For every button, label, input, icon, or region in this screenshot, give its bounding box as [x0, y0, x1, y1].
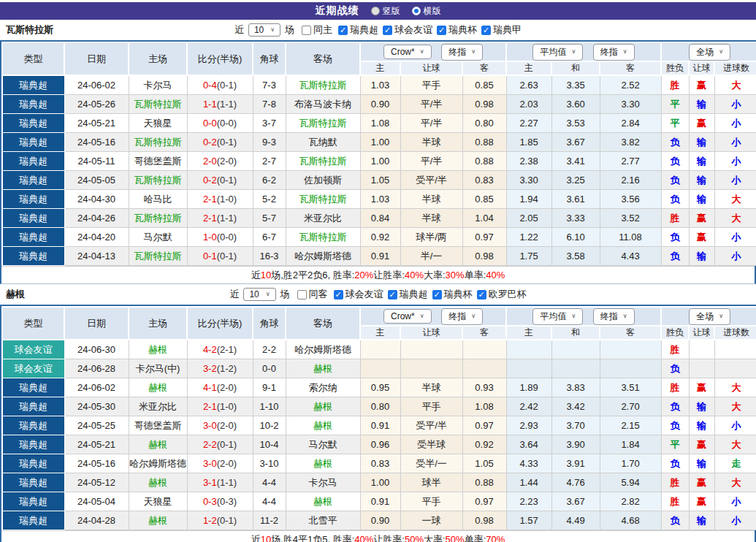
- subcol-euro-draw: 和: [551, 326, 600, 340]
- same-venue-checkbox[interactable]: 同主: [302, 23, 332, 37]
- euro-home-odds-cell: 1.44: [506, 473, 551, 492]
- euro-home-odds-cell: 2.05: [506, 209, 551, 228]
- league-filter-label: 欧罗巴杯: [489, 288, 527, 301]
- euro-draw-odds-cell: 3.35: [551, 75, 600, 95]
- match-date-cell: 24-06-30: [64, 340, 129, 359]
- euro-final-dropdown[interactable]: 终指∨: [593, 308, 635, 325]
- league-filter-checkbox[interactable]: ✓球会友谊: [334, 288, 383, 301]
- euro-away-odds-cell: 3.82: [600, 133, 661, 152]
- result-winloss-cell: 负: [661, 397, 689, 416]
- euro-final-dropdown[interactable]: 终指∨: [593, 44, 635, 61]
- asian-away-odds-cell: 0.98: [462, 511, 506, 530]
- layout-horizontal-radio[interactable]: 横版: [412, 5, 441, 18]
- corner-cell: 9-1: [253, 378, 286, 397]
- result-goals-cell: 大: [714, 378, 756, 397]
- subcol-winloss: 胜负: [661, 61, 689, 75]
- result-winloss-cell: 胜: [661, 340, 689, 359]
- euro-final-dropdown-value: 终指: [600, 46, 618, 58]
- league-filter-checkbox[interactable]: ✓瑞典超: [338, 23, 378, 37]
- euro-company-dropdown[interactable]: 平均值∨: [532, 44, 583, 61]
- euro-draw-odds-cell: 6.10: [551, 228, 600, 247]
- euro-final-dropdown-value: 终指: [600, 310, 618, 323]
- home-team-cell: 瓦斯特拉斯: [129, 95, 187, 114]
- league-filter-checkbox[interactable]: ✓瑞典杯: [437, 23, 477, 37]
- score-cell: 2-1(1-0): [187, 397, 253, 416]
- asian-final-dropdown[interactable]: 终指∨: [441, 308, 483, 325]
- league-filter-checkbox[interactable]: ✓瑞典超: [388, 288, 428, 301]
- euro-draw-odds-cell: 3.70: [551, 416, 600, 435]
- summary-text: 40%: [486, 270, 505, 280]
- result-goals-cell: 大: [714, 209, 756, 228]
- asian-final-dropdown[interactable]: 终指∨: [441, 44, 483, 61]
- result-goals-cell: 小: [714, 492, 756, 511]
- bookmaker-dropdown-value: Crow*: [391, 311, 415, 321]
- match-type-cell: 瑞典超: [2, 152, 64, 171]
- corner-cell: 10-2: [253, 416, 286, 435]
- page-title: 近期战绩: [316, 4, 359, 18]
- checkbox-icon: ✓: [388, 290, 397, 299]
- euro-company-dropdown[interactable]: 平均值∨: [532, 308, 583, 325]
- same-venue-checkbox[interactable]: 同客: [297, 288, 328, 301]
- score-cell: 0-4(0-1): [187, 75, 253, 95]
- match-date-cell: 24-04-20: [64, 228, 129, 247]
- match-date-cell: 24-05-26: [64, 95, 129, 114]
- match-type-cell: 瑞典超: [2, 473, 64, 492]
- result-winloss-cell: 负: [661, 511, 689, 530]
- radio-label: 横版: [424, 5, 441, 18]
- asian-away-odds-cell: 0.92: [462, 435, 506, 454]
- league-filter-checkbox[interactable]: ✓球会友谊: [383, 23, 432, 37]
- match-date-cell: 24-05-16: [64, 454, 129, 473]
- match-type-cell: 瑞典超: [2, 190, 64, 209]
- corner-cell: 9-3: [253, 133, 286, 152]
- euro-draw-odds-cell: 3.67: [551, 492, 600, 511]
- asian-away-odds-cell: 0.80: [462, 114, 506, 133]
- score-cell: 4-1(2-0): [187, 378, 253, 397]
- asian-away-odds-cell: [462, 359, 506, 378]
- euro-home-odds-cell: 1.89: [506, 378, 551, 397]
- home-team-cell: 哥德堡盖斯: [129, 416, 187, 435]
- asian-handicap-cell: 平/半: [400, 95, 462, 114]
- result-goals-cell: [714, 359, 756, 378]
- result-handicap-cell: 赢: [689, 209, 714, 228]
- bookmaker-dropdown[interactable]: Crow*∨: [383, 309, 432, 324]
- euro-draw-odds-cell: 3.60: [551, 95, 600, 114]
- scope-dropdown[interactable]: 全场∨: [689, 44, 730, 61]
- home-team-cell: 马尔默: [129, 228, 187, 247]
- scope-dropdown[interactable]: 全场∨: [689, 308, 730, 325]
- euro-away-odds-cell: 2.82: [600, 492, 661, 511]
- asian-handicap-cell: 半/一: [400, 247, 462, 266]
- home-team-cell: 赫根: [129, 435, 187, 454]
- chevron-down-icon: ∨: [266, 291, 270, 297]
- home-team-cell: 哈马比: [129, 190, 187, 209]
- match-row: 瑞典超24-05-21天狼星0-0(0-0)3-7瓦斯特拉斯1.08平/半0.8…: [2, 114, 756, 133]
- match-count-select[interactable]: 10 ∨: [248, 23, 280, 37]
- euro-home-odds-cell: 3.64: [506, 435, 551, 454]
- result-handicap-cell: [689, 359, 714, 378]
- league-filter-checkbox[interactable]: ✓瑞典甲: [481, 23, 522, 37]
- asian-home-odds-cell: 1.03: [360, 190, 400, 209]
- euro-away-odds-cell: 3.51: [600, 378, 661, 397]
- home-team-cell: 赫根: [129, 340, 187, 359]
- radio-icon: [412, 7, 421, 15]
- match-type-cell: 瑞典超: [2, 95, 64, 114]
- euro-draw-odds-cell: 3.83: [551, 378, 600, 397]
- result-handicap-cell: 输: [689, 133, 714, 152]
- league-filter-checkbox[interactable]: ✓欧罗巴杯: [477, 288, 527, 301]
- asian-handicap-cell: 平手: [400, 397, 462, 416]
- corner-cell: 16-3: [253, 247, 286, 266]
- asian-handicap-cell: 球半/两: [400, 228, 462, 247]
- same-venue-label: 同客: [309, 288, 328, 301]
- corner-cell: 2-7: [253, 152, 286, 171]
- match-count-value: 10: [249, 289, 259, 299]
- bookmaker-dropdown[interactable]: Crow*∨: [383, 45, 432, 59]
- euro-draw-odds-cell: 3.90: [551, 435, 600, 454]
- league-filter-checkbox[interactable]: ✓瑞典杯: [432, 288, 473, 301]
- checkbox-icon: ✓: [334, 290, 343, 299]
- match-row: 瑞典超24-04-26瓦斯特拉斯2-1(1-1)5-7米亚尔比0.84半球1.0…: [2, 209, 756, 228]
- summary-text: 30%: [446, 270, 465, 280]
- corner-cell: 3-10: [253, 454, 286, 473]
- layout-vertical-radio[interactable]: 竖版: [371, 5, 400, 18]
- results-table: 类型 日期 主场 比分(半场) 角球 客场 Crow*∨ 终指∨ 平均值∨ 终指…: [1, 42, 756, 266]
- score-cell: 2-1(1-0): [187, 190, 253, 209]
- match-count-select[interactable]: 10 ∨: [243, 288, 275, 301]
